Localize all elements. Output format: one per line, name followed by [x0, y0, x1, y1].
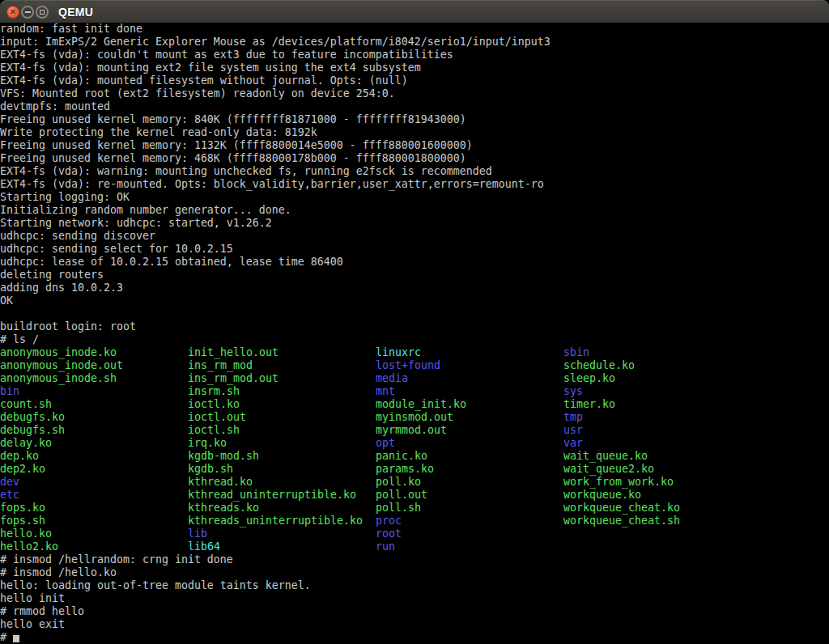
ls-entry: myinsmod.out	[376, 411, 453, 424]
console-line: bininsrm.shmntsys	[0, 385, 829, 398]
ls-entry: kthreads.ko	[188, 502, 259, 515]
minimize-button[interactable]	[21, 6, 34, 19]
ls-entry: hello.ko	[0, 527, 52, 540]
console-line: hello.kolibroot	[0, 527, 829, 540]
console-line: dep2.kokgdb.shparams.kowait_queue2.ko	[0, 463, 829, 476]
window-title: QEMU	[58, 6, 93, 19]
ls-entry: usr	[563, 424, 583, 437]
console-boot-output: random: fast init doneinput: ImExPS/2 Ge…	[0, 23, 829, 346]
ls-entry: poll.ko	[376, 476, 421, 489]
console-line: deleting routers	[0, 269, 829, 282]
console-line: # insmod /hello.ko	[0, 566, 829, 579]
console-line: EXT4-fs (vda): mounting ext2 file system…	[0, 61, 829, 74]
console-line: hello init	[0, 592, 829, 605]
ls-entry: opt	[376, 437, 395, 450]
ls-entry: timer.ko	[563, 398, 615, 411]
console-line: input: ImExPS/2 Generic Explorer Mouse a…	[0, 36, 829, 49]
ls-entry: kgdb.sh	[188, 463, 233, 476]
close-icon: ✕	[10, 8, 16, 16]
console-line: fops.kokthreads.kopoll.shworkqueue_cheat…	[0, 502, 829, 515]
console-line: devtmpfs: mounted	[0, 100, 829, 113]
ls-entry: fops.ko	[0, 502, 45, 515]
ls-entry: sys	[563, 385, 583, 398]
ls-entry: workqueue_cheat.ko	[563, 502, 680, 515]
ls-entry: ioctl.sh	[188, 424, 240, 437]
console-line: hello exit	[0, 618, 829, 631]
terminal-screen[interactable]: random: fast init doneinput: ImExPS/2 Ge…	[0, 23, 829, 644]
ls-entry: wait_queue2.ko	[563, 463, 654, 476]
console-line: fops.shkthreads_uninterruptible.koprocwo…	[0, 515, 829, 527]
ls-entry: kthreads_uninterruptible.ko	[188, 515, 363, 527]
maximize-icon	[40, 10, 45, 15]
ls-entry: hello2.ko	[0, 540, 58, 553]
ls-entry: mnt	[376, 385, 395, 398]
ls-entry: ioctl.ko	[188, 398, 240, 411]
console-line: Freeing unused kernel memory: 468K (ffff…	[0, 152, 829, 165]
ls-entry: kgdb-mod.sh	[188, 450, 259, 463]
console-line: udhcpc: sending discover	[0, 230, 829, 243]
console-line: udhcpc: sending select for 10.0.2.15	[0, 243, 829, 256]
ls-entry: sleep.ko	[563, 372, 615, 385]
close-button[interactable]: ✕	[6, 6, 19, 19]
prompt-line: #	[0, 631, 829, 644]
ls-entry: ioctl.out	[188, 411, 246, 424]
console-line	[0, 307, 829, 320]
ls-entry: var	[563, 437, 583, 450]
console-line: anonymous_inode.koinit_hello.outlinuxrcs…	[0, 346, 829, 359]
ls-entry: kthread_uninterruptible.ko	[188, 489, 356, 502]
ls-entry: count.sh	[0, 398, 52, 411]
console-line: Write protecting the kernel read-only da…	[0, 126, 829, 139]
ls-entry: tmp	[563, 411, 583, 424]
console-line: Starting network: udhcpc: started, v1.26…	[0, 217, 829, 230]
console-line: delay.koirq.kooptvar	[0, 437, 829, 450]
ls-entry: fops.sh	[0, 515, 45, 527]
console-line: count.shioctl.komodule_init.kotimer.ko	[0, 398, 829, 411]
shell-prompt: #	[0, 631, 13, 643]
ls-entry: linuxrc	[376, 346, 421, 359]
ls-entry: kthread.ko	[188, 476, 253, 489]
ls-entry: dev	[0, 476, 19, 489]
console-line: udhcpc: lease of 10.0.2.15 obtained, lea…	[0, 256, 829, 269]
ls-entry: params.ko	[376, 463, 434, 476]
ls-entry: poll.sh	[376, 502, 421, 515]
console-line: Starting logging: OK	[0, 191, 829, 204]
ls-entry: anonymous_inode.ko	[0, 346, 117, 359]
console-line: anonymous_inode.outins_rm_modlost+founds…	[0, 359, 829, 372]
ls-entry: panic.ko	[376, 450, 427, 463]
ls-entry: anonymous_inode.sh	[0, 372, 117, 385]
ls-entry: init_hello.out	[188, 346, 278, 359]
console-line: hello: loading out-of-tree module taints…	[0, 579, 829, 592]
ls-entry: wait_queue.ko	[563, 450, 648, 463]
ls-entry: run	[376, 540, 395, 553]
console-line: EXT4-fs (vda): re-mounted. Opts: block_v…	[0, 178, 829, 191]
ls-listing: anonymous_inode.koinit_hello.outlinuxrcs…	[0, 346, 829, 553]
console-line: # rmmod hello	[0, 605, 829, 618]
ls-entry: delay.ko	[0, 437, 52, 450]
ls-entry: debugfs.sh	[0, 424, 65, 437]
ls-entry: bin	[0, 385, 19, 398]
console-line: # ls /	[0, 333, 829, 346]
ls-entry: irq.ko	[188, 437, 227, 450]
console-line: buildroot login: root	[0, 320, 829, 333]
ls-entry: insrm.sh	[188, 385, 240, 398]
console-line: EXT4-fs (vda): mounted filesystem withou…	[0, 74, 829, 87]
minimize-icon	[25, 11, 31, 13]
console-line: EXT4-fs (vda): couldn't mount as ext3 du…	[0, 49, 829, 61]
ls-entry: module_init.ko	[376, 398, 466, 411]
ls-entry: ins_rm_mod	[188, 359, 253, 372]
ls-entry: poll.out	[376, 489, 427, 502]
console-tail-output: # insmod /hellrandom: crng init done# in…	[0, 553, 829, 631]
console-line: EXT4-fs (vda): warning: mounting uncheck…	[0, 165, 829, 178]
ls-entry: debugfs.ko	[0, 411, 65, 424]
console-line: Freeing unused kernel memory: 1132K (fff…	[0, 139, 829, 152]
maximize-button[interactable]	[36, 6, 49, 19]
titlebar[interactable]: ✕ QEMU	[0, 0, 829, 23]
console-line: random: fast init done	[0, 23, 829, 36]
console-line: debugfs.shioctl.shmyrmmod.outusr	[0, 424, 829, 437]
console-line: adding dns 10.0.2.3	[0, 282, 829, 294]
qemu-window: ✕ QEMU random: fast init doneinput: ImEx…	[0, 0, 829, 644]
ls-entry: workqueue_cheat.sh	[563, 515, 680, 527]
console-line: OK	[0, 294, 829, 307]
ls-entry: lib	[188, 527, 207, 540]
ls-entry: lost+found	[376, 359, 440, 372]
